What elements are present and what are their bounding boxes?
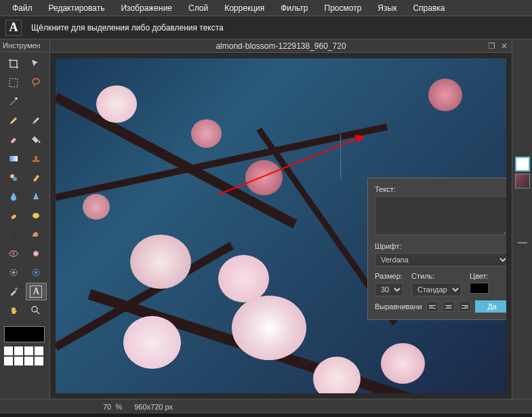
align-center-icon[interactable] — [443, 301, 455, 312]
status-bar: 70 % 960x720 px — [0, 399, 532, 414]
align-right-icon[interactable] — [459, 301, 471, 312]
align-left-icon[interactable] — [426, 301, 438, 312]
info-hint: Щёлкните для выделения либо добавления т… — [31, 23, 224, 33]
svg-point-1 — [33, 79, 39, 84]
swatch[interactable] — [4, 357, 13, 365]
menu-language[interactable]: Язык — [369, 3, 405, 13]
window-close-icon[interactable]: ✕ — [501, 41, 508, 51]
color-swatches — [0, 322, 49, 370]
svg-point-18 — [15, 287, 18, 290]
stamp-tool-icon[interactable] — [26, 150, 47, 167]
document-tab-bar: almond-blossom-1229138_960_720 ❐ ✕ — [50, 39, 512, 53]
menu-help[interactable]: Справка — [405, 3, 453, 13]
eraser-tool-icon[interactable] — [3, 131, 24, 148]
style-label: Стиль: — [411, 272, 462, 280]
redeye-tool-icon[interactable] — [3, 245, 24, 262]
dodge-tool-icon[interactable] — [3, 226, 24, 243]
size-label: Размер: — [375, 272, 403, 280]
svg-point-10 — [11, 232, 16, 237]
size-select[interactable]: 30 — [375, 283, 403, 296]
menu-bar: Файл Редактировать Изображение Слой Корр… — [0, 0, 532, 16]
right-panel — [512, 39, 532, 399]
gradient-tool-icon[interactable] — [3, 150, 24, 167]
font-select[interactable]: Verdana — [375, 253, 506, 266]
zoom-unit: % — [115, 403, 122, 411]
canvas-dimensions: 960x720 px — [134, 403, 173, 411]
svg-rect-6 — [35, 156, 37, 160]
crop-tool-icon[interactable] — [3, 55, 24, 73]
layer-thumbnail[interactable] — [515, 174, 530, 188]
font-label: Шрифт: — [375, 242, 506, 250]
blur-tool-icon[interactable] — [3, 188, 24, 205]
tool-panel-header: Инструмен — [0, 39, 49, 52]
text-label: Текст: — [375, 185, 506, 193]
pencil-tool-icon[interactable] — [3, 112, 24, 130]
smudge-tool-icon[interactable] — [3, 207, 24, 224]
swatch[interactable] — [24, 357, 33, 365]
color-label: Цвет: — [470, 272, 489, 280]
foreground-color[interactable] — [4, 326, 45, 342]
menu-layer[interactable]: Слой — [180, 3, 216, 13]
menu-edit[interactable]: Редактировать — [41, 3, 113, 13]
zoom-value: 70 — [103, 403, 111, 411]
text-tool-panel: Текст: Шрифт: Verdana Размер: 30 Стиль: … — [367, 178, 506, 320]
menu-image[interactable]: Изображение — [112, 3, 180, 13]
color-picker[interactable] — [470, 283, 489, 294]
svg-point-2 — [16, 98, 18, 99]
empty-tool — [26, 93, 47, 111]
swatch[interactable] — [14, 346, 23, 355]
window-restore-icon[interactable]: ❐ — [488, 41, 495, 51]
svg-rect-4 — [9, 156, 18, 161]
move-tool-icon[interactable] — [26, 55, 47, 73]
active-tool-icon: A — [5, 20, 22, 36]
ok-button[interactable]: Да — [475, 300, 506, 313]
wand-tool-icon[interactable] — [3, 93, 24, 111]
sharpen-tool-icon[interactable] — [26, 188, 47, 205]
info-bar: A Щёлкните для выделения либо добавления… — [0, 16, 532, 39]
lasso-tool-icon[interactable] — [26, 74, 47, 92]
svg-rect-0 — [9, 79, 18, 87]
replace-color-tool-icon[interactable] — [3, 169, 24, 186]
svg-point-9 — [33, 213, 39, 218]
canvas-area[interactable]: Текст: Шрифт: Verdana Размер: 30 Стиль: … — [50, 53, 512, 399]
bucket-tool-icon[interactable] — [26, 131, 47, 148]
zoom-tool-icon[interactable] — [26, 302, 47, 319]
style-select[interactable]: Стандартный — [411, 283, 462, 296]
swatch[interactable] — [35, 346, 43, 355]
sponge-tool-icon[interactable] — [26, 207, 47, 224]
menu-view[interactable]: Просмотр — [316, 3, 370, 13]
bloat-tool-icon[interactable] — [3, 264, 24, 281]
swatch[interactable] — [35, 357, 43, 365]
svg-point-3 — [39, 141, 41, 143]
pinch-tool-icon[interactable] — [26, 264, 47, 281]
svg-point-17 — [35, 271, 37, 274]
swatch[interactable] — [4, 346, 13, 355]
canvas-image[interactable]: Текст: Шрифт: Verdana Размер: 30 Стиль: … — [56, 58, 506, 393]
svg-rect-5 — [33, 160, 39, 162]
text-tool-icon[interactable]: A — [26, 283, 47, 300]
brush-tool-icon[interactable] — [26, 112, 47, 130]
tool-panel: Инструмен A — [0, 39, 50, 399]
layer-thumbnail[interactable] — [515, 157, 530, 172]
text-input[interactable] — [375, 196, 506, 235]
svg-point-13 — [12, 252, 15, 255]
draw-tool-icon[interactable] — [26, 169, 47, 186]
panel-divider — [518, 242, 527, 243]
document-title: almond-blossom-1229138_960_720 — [216, 41, 346, 51]
swatch[interactable] — [24, 346, 33, 355]
svg-point-8 — [13, 177, 17, 181]
svg-point-19 — [32, 306, 37, 312]
eyedropper-tool-icon[interactable] — [3, 283, 24, 300]
hand-tool-icon[interactable] — [3, 302, 24, 319]
workspace: almond-blossom-1229138_960_720 ❐ ✕ — [50, 39, 512, 399]
menu-file[interactable]: Файл — [4, 3, 41, 13]
swatch[interactable] — [14, 357, 23, 365]
spot-heal-tool-icon[interactable] — [26, 245, 47, 262]
svg-rect-11 — [13, 231, 14, 233]
align-label: Выравнивани — [375, 302, 422, 311]
burn-tool-icon[interactable] — [26, 226, 47, 243]
menu-correction[interactable]: Коррекция — [216, 3, 272, 13]
menu-filter[interactable]: Фильтр — [272, 3, 316, 13]
marquee-tool-icon[interactable] — [3, 74, 24, 92]
